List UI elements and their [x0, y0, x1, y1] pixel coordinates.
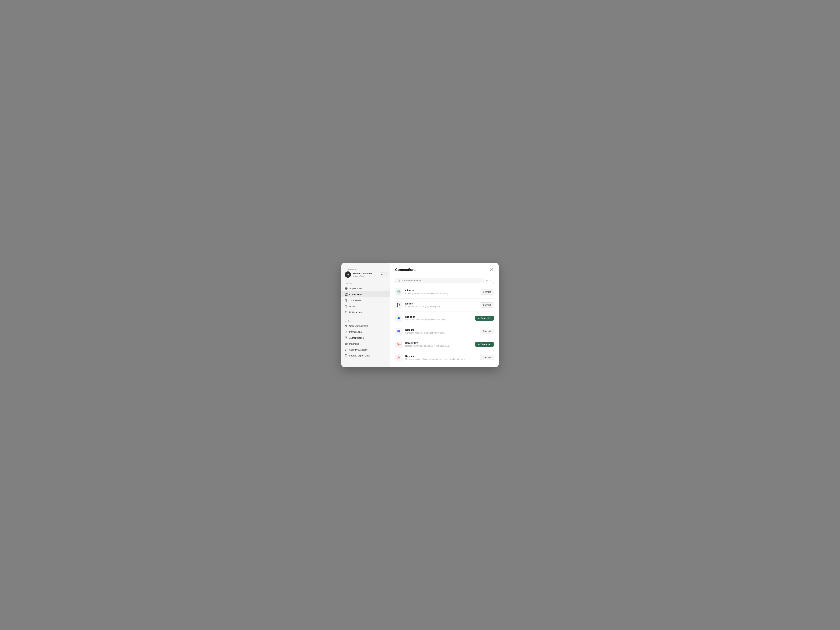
main-content: Connections All [390, 263, 499, 367]
sidebar-item-authentication[interactable]: Authentication [341, 335, 390, 341]
general-label: General [341, 281, 390, 286]
connection-item-chatgpt: ChatGPT Creating safe AGI that benefits … [395, 286, 494, 298]
export-icon [345, 354, 347, 357]
settings-modal: Account M Michael Aspinwall Skylight Age… [341, 263, 499, 367]
timezone-icon [345, 299, 347, 302]
myteam-group: My Team User Management [341, 319, 390, 358]
account-label: Account [345, 268, 387, 270]
users-icon [345, 324, 347, 327]
sidebar-item-connections[interactable]: Connections [341, 291, 390, 297]
svg-rect-0 [345, 293, 346, 294]
chatgpt-info: ChatGPT Creating safe AGI that benefits … [405, 289, 477, 295]
svg-rect-1 [346, 293, 347, 294]
notion-name: Notion [405, 302, 477, 305]
notion-desc: Create notes around your workspaces. [405, 305, 477, 308]
notion-info: Notion Create notes around your workspac… [405, 302, 477, 308]
about-icon [345, 305, 347, 308]
sidebar-item-timezones[interactable]: Time Zones [341, 297, 390, 303]
close-icon [490, 268, 493, 271]
sidebar: Account M Michael Aspinwall Skylight Age… [341, 263, 390, 367]
sidebar-item-security-access[interactable]: Security & Access [341, 347, 390, 353]
svg-point-8 [346, 325, 347, 326]
screenflow-logo [395, 341, 403, 348]
svg-rect-11 [345, 343, 347, 344]
svg-point-17 [399, 331, 400, 332]
notifications-icon [345, 311, 347, 314]
sidebar-label-permissions: Permissions [349, 331, 362, 333]
search-input[interactable] [401, 279, 479, 282]
sidebar-label-appearance: Appearance [349, 287, 362, 290]
sidebar-item-permissions[interactable]: Permissions [341, 329, 390, 335]
connection-item-dropbox: Dropbox Share and store files around you… [395, 312, 494, 325]
close-button[interactable] [489, 267, 494, 272]
connections-list: ChatGPT Creating safe AGI that benefits … [390, 286, 499, 367]
svg-rect-2 [345, 295, 346, 295]
chatgpt-name: ChatGPT [405, 289, 477, 292]
sidebar-label-authentication: Authentication [349, 336, 364, 339]
discord-connect-button[interactable]: Connect [480, 328, 494, 334]
general-group: General Appearance [341, 281, 390, 315]
account-name: Michael Aspinwall [353, 272, 377, 275]
payments-icon [345, 342, 347, 345]
authentication-icon [345, 336, 347, 339]
sidebar-item-appearance[interactable]: Appearance [341, 286, 390, 291]
dropbox-connected-label: Connected [481, 317, 491, 319]
myteam-label: My Team [341, 319, 390, 323]
permissions-icon [345, 330, 347, 333]
filter-button[interactable]: All [483, 278, 494, 283]
search-icon [398, 279, 400, 282]
sidebar-item-notifications[interactable]: Notifications [341, 309, 390, 315]
svg-rect-9 [345, 332, 347, 333]
dropbox-logo [395, 314, 403, 322]
dropbox-info: Dropbox Share and store files around you… [405, 315, 472, 321]
raycast-info: Raycast Complete tasks, calculate, share… [405, 355, 477, 360]
chatgpt-logo [395, 288, 403, 295]
main-header: Connections [390, 263, 499, 275]
chatgpt-connect-button[interactable]: Connect [480, 289, 494, 295]
search-bar-row: All [390, 275, 499, 286]
raycast-connect-button[interactable]: Connect [480, 355, 494, 360]
sidebar-label-about: About [349, 305, 355, 308]
avatar: M [345, 272, 351, 278]
screenflow-connected-button[interactable]: Connected [475, 342, 494, 347]
sidebar-item-user-management[interactable]: User Management [341, 323, 390, 329]
screenflow-connected-label: Connected [481, 343, 491, 346]
svg-rect-15 [398, 303, 400, 307]
chatgpt-desc: Creating safe AGI that benefits all of h… [405, 292, 477, 295]
sidebar-label-timezones: Time Zones [349, 299, 361, 302]
sidebar-item-about[interactable]: About [341, 303, 390, 309]
sidebar-label-payments: Payments [349, 343, 360, 345]
screenflow-name: Screenflow [405, 342, 472, 344]
appearance-icon [345, 287, 347, 290]
connection-item-raycast: Raycast Complete tasks, calculate, share… [395, 351, 494, 364]
dropbox-name: Dropbox [405, 315, 472, 318]
account-section: Account M Michael Aspinwall Skylight Age… [341, 268, 390, 281]
discord-desc: Company wide video/-text communication. [405, 332, 477, 334]
dropbox-desc: Share and store files around your employ… [405, 319, 472, 321]
discord-logo [395, 328, 403, 335]
sidebar-label-user-management: User Management [349, 325, 368, 327]
connection-item-discord: Discord Company wide video/-text communi… [395, 325, 494, 338]
discord-name: Discord [405, 328, 477, 331]
sidebar-label-import-export: Import / Export Data [349, 354, 369, 357]
page-title: Connections [395, 268, 416, 272]
notion-logo [395, 302, 403, 309]
dropbox-connected-button[interactable]: Connected [475, 316, 494, 321]
connections-icon [345, 293, 347, 296]
raycast-desc: Complete tasks, calculate, share common … [405, 358, 477, 360]
account-user: M Michael Aspinwall Skylight Agent Edit [345, 272, 387, 278]
sidebar-item-payments[interactable]: Payments [341, 341, 390, 347]
sidebar-label-connections: Connections [349, 293, 362, 296]
notion-connect-button[interactable]: Connect [480, 302, 494, 308]
filter-label: All [486, 279, 488, 282]
sidebar-label-notifications: Notifications [349, 311, 362, 314]
svg-point-6 [346, 306, 346, 306]
search-input-wrap [395, 278, 482, 283]
sidebar-item-import-export[interactable]: Import / Export Data [341, 353, 390, 358]
discord-info: Discord Company wide video/-text communi… [405, 328, 477, 334]
svg-point-7 [346, 325, 346, 326]
sidebar-label-security-access: Security & Access [349, 349, 368, 351]
edit-button[interactable]: Edit [379, 273, 387, 277]
checkmark-icon [478, 317, 480, 319]
connection-item-notion: Notion Create notes around your workspac… [395, 298, 494, 312]
